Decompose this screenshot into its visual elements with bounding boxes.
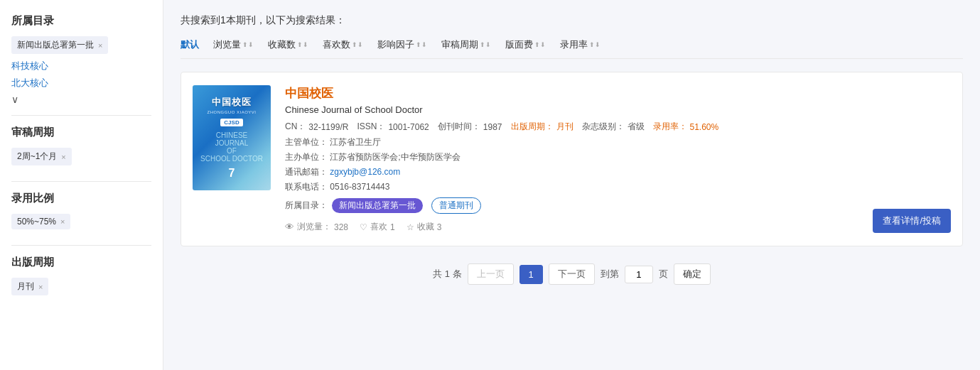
filter-tag-label: 新闻出版总署第一批: [17, 39, 94, 51]
main-content: 共搜索到1本期刊，以下为搜索结果： 默认 浏览量 ⬆⬇ 收藏数 ⬆⬇ 喜欢数 ⬆…: [163, 0, 980, 370]
current-page-button[interactable]: 1: [519, 265, 543, 284]
sort-impact[interactable]: 影响因子 ⬆⬇: [377, 38, 427, 51]
sponsor2-row: 主办单位： 江苏省预防医学会;中华预防医学会: [285, 151, 951, 163]
tag-normal[interactable]: 普通期刊: [431, 197, 481, 214]
filter-tag-acceptance-label: 50%~75%: [17, 217, 56, 227]
sidebar-section-directory: 所属目录: [11, 14, 151, 28]
favorites-value: 3: [437, 222, 442, 232]
sidebar: 所属目录 新闻出版总署第一批 × 科技核心 北大核心 ∨ 审稿周期 2周~1个月…: [0, 0, 163, 370]
pagination: 共 1 条 上一页 1 下一页 到第 页 确定: [181, 263, 963, 285]
filter-tag-acceptance[interactable]: 50%~75% ×: [11, 214, 70, 229]
result-summary: 共搜索到1本期刊，以下为搜索结果：: [181, 14, 963, 27]
filter-tag-close[interactable]: ×: [98, 41, 102, 50]
sort-views[interactable]: 浏览量 ⬆⬇: [213, 38, 254, 51]
phone-label: 联系电话：: [285, 182, 328, 192]
journal-card: 中国校医 ZHONGGUO XIAOYVI CJSD CHINESEJOURNA…: [181, 72, 963, 246]
journal-meta-ids: CN： 32-1199/R ISSN： 1001-7062 创刊时间： 1987…: [285, 121, 951, 133]
filter-tag-period-close[interactable]: ×: [38, 283, 43, 291]
sort-arrow-views: ⬆⬇: [242, 41, 254, 48]
sponsor1-value: 江苏省卫生厅: [330, 137, 381, 147]
expand-chevron[interactable]: ∨: [11, 94, 151, 105]
journal-info: 中国校医 Chinese Journal of School Doctor CN…: [285, 85, 951, 233]
prev-page-button[interactable]: 上一页: [468, 263, 514, 285]
sort-review-period[interactable]: 审稿周期 ⬆⬇: [441, 38, 491, 51]
sort-arrow-favorites: ⬆⬇: [297, 41, 308, 48]
heart-icon: ♡: [360, 222, 367, 232]
divider1: [11, 115, 151, 116]
sponsor1-row: 主管单位： 江苏省卫生厅: [285, 136, 951, 148]
founded-value: 1987: [483, 122, 502, 132]
sponsor2-label: 主办单位：: [285, 152, 328, 162]
directory-row: 所属目录： 新闻出版总署第一批 普通期刊: [285, 197, 951, 214]
cover-logo: CJSD: [220, 119, 242, 126]
journal-level-label: 杂志级别：: [582, 121, 625, 133]
sort-arrow-acceptance: ⬆⬇: [589, 41, 601, 48]
sort-acceptance[interactable]: 录用率 ⬆⬇: [560, 38, 601, 51]
sort-arrow-likes: ⬆⬇: [352, 41, 363, 48]
sort-bar: 默认 浏览量 ⬆⬇ 收藏数 ⬆⬇ 喜欢数 ⬆⬇ 影响因子 ⬆⬇ 审稿周期 ⬆⬇: [181, 38, 963, 59]
cover-pinyin: ZHONGGUO XIAOYVI: [200, 110, 263, 114]
phone-value: 0516-83714443: [330, 182, 389, 192]
filter-tag-acceptance-close[interactable]: ×: [60, 217, 65, 226]
journal-title-cn[interactable]: 中国校医: [285, 85, 951, 102]
total-count: 共 1 条: [433, 268, 461, 281]
stat-favorites[interactable]: ☆ 收藏 3: [406, 221, 442, 233]
goto-page-input[interactable]: [625, 266, 653, 283]
divider3: [11, 245, 151, 246]
journal-cover: 中国校医 ZHONGGUO XIAOYVI CJSD CHINESEJOURNA…: [193, 85, 271, 190]
goto-label: 到第: [601, 268, 619, 281]
sidebar-link-keji[interactable]: 科技核心: [11, 60, 151, 72]
phone-row: 联系电话： 0516-83714443: [285, 181, 951, 193]
sidebar-section-acceptance: 录用比例: [11, 192, 151, 205]
confirm-goto-button[interactable]: 确定: [674, 263, 711, 285]
tag-directory[interactable]: 新闻出版总署第一批: [332, 198, 423, 213]
sort-favorites[interactable]: 收藏数 ⬆⬇: [268, 38, 308, 51]
likes-value: 1: [390, 222, 395, 232]
likes-label: 喜欢: [370, 221, 387, 233]
sidebar-section-period: 出版周期: [11, 256, 151, 269]
sort-page-fee[interactable]: 版面费 ⬆⬇: [505, 38, 546, 51]
star-icon: ☆: [406, 222, 414, 232]
sort-arrow-impact: ⬆⬇: [416, 41, 427, 48]
sidebar-link-beida[interactable]: 北大核心: [11, 77, 151, 89]
eye-icon: 👁: [285, 222, 294, 232]
detail-button[interactable]: 查看详情/投稿: [873, 209, 951, 233]
page-label: 页: [659, 268, 668, 281]
stat-likes[interactable]: ♡ 喜欢 1: [360, 221, 395, 233]
issn-label: ISSN：: [357, 121, 385, 133]
journal-level-value: 省级: [628, 121, 645, 133]
sidebar-section-review: 审稿周期: [11, 126, 151, 139]
sort-default[interactable]: 默认: [181, 38, 199, 51]
favorites-label: 收藏: [417, 221, 434, 233]
filter-tag-review[interactable]: 2周~1个月 ×: [11, 148, 72, 165]
issn-value: 1001-7062: [388, 122, 429, 132]
sort-arrow-fee: ⬆⬇: [534, 41, 546, 48]
email-label: 通讯邮箱：: [285, 167, 328, 177]
email-row: 通讯邮箱： zgxybjb@126.com: [285, 166, 951, 178]
filter-tag-period-label: 月刊: [17, 281, 34, 293]
email-value[interactable]: zgxybjb@126.com: [330, 167, 400, 177]
divider2: [11, 181, 151, 182]
filter-tag-directory[interactable]: 新闻出版总署第一批 ×: [11, 36, 108, 54]
sort-arrow-review: ⬆⬇: [480, 41, 491, 48]
views-value: 328: [334, 222, 348, 232]
pub-period-label: 出版周期：: [511, 121, 554, 133]
views-label: 浏览量：: [297, 221, 331, 233]
acceptance-label: 录用率：: [653, 121, 687, 133]
sponsor2-value: 江苏省预防医学会;中华预防医学会: [330, 152, 460, 162]
cover-number: 7: [200, 167, 263, 180]
acceptance-value: 51.60%: [690, 122, 719, 132]
sponsor1-label: 主管单位：: [285, 137, 328, 147]
filter-tag-review-label: 2周~1个月: [17, 151, 57, 163]
directory-label: 所属目录：: [285, 200, 328, 212]
pub-period-value: 月刊: [556, 121, 574, 133]
filter-tag-period[interactable]: 月刊 ×: [11, 278, 48, 295]
sort-likes[interactable]: 喜欢数 ⬆⬇: [323, 38, 363, 51]
founded-label: 创刊时间：: [438, 121, 480, 133]
stat-views: 👁 浏览量： 328: [285, 221, 348, 233]
cn-label: CN：: [285, 121, 306, 133]
filter-tag-review-close[interactable]: ×: [61, 153, 65, 161]
next-page-button[interactable]: 下一页: [549, 263, 595, 285]
cn-value: 32-1199/R: [308, 122, 348, 132]
journal-title-en: Chinese Journal of School Doctor: [285, 104, 951, 115]
